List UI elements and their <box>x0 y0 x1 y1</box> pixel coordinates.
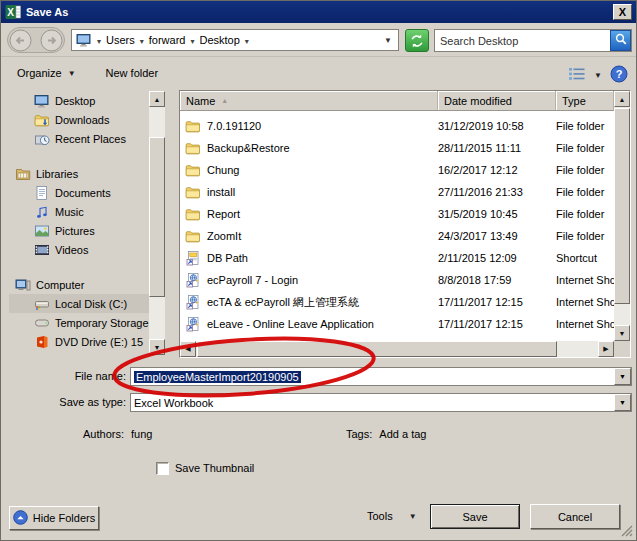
breadcrumb-separator-icon: ▾ <box>190 37 194 46</box>
sidebar-item-dvd-drive-e-15[interactable]: DVD Drive (E:) 15 <box>9 332 149 351</box>
sidebar-item-videos[interactable]: Videos <box>9 240 149 259</box>
sidebar-item-downloads[interactable]: Downloads <box>9 110 149 129</box>
breadcrumb-items: ▾Users▾forward▾Desktop▾ <box>92 34 254 46</box>
sidebar-item-local-disk-c[interactable]: Local Disk (C:) <box>9 294 149 313</box>
file-name-dropdown-icon[interactable]: ▼ <box>614 368 631 385</box>
hide-folders-button[interactable]: Hide Folders <box>9 506 99 530</box>
table-row[interactable]: Chung16/2/2017 12:12File folder <box>180 159 614 181</box>
search-box <box>434 29 632 52</box>
authors-row: Authors: fung <box>83 428 152 440</box>
tools-dropdown[interactable]: Tools ▼ <box>367 510 417 522</box>
vscroll-thumb[interactable] <box>614 108 630 304</box>
file-date-modified: 17/11/2017 12:15 <box>438 318 556 330</box>
help-button[interactable]: ? <box>610 65 628 85</box>
sidebar-item-label: Desktop <box>55 95 95 107</box>
file-name: 7.0.191120 <box>207 120 261 132</box>
breadcrumb-item-users[interactable]: Users <box>106 34 135 46</box>
sidebar-item-recent-places[interactable]: Recent Places <box>9 129 149 148</box>
search-input[interactable] <box>435 35 610 47</box>
save-label: Save <box>462 511 487 523</box>
table-row[interactable]: ecPayroll 7 - Login8/8/2018 17:59Interne… <box>180 269 614 291</box>
address-history-dropdown-icon[interactable]: ▼ <box>384 36 392 45</box>
authors-value[interactable]: fung <box>131 428 152 440</box>
sidebar-item-libraries[interactable]: Libraries <box>9 164 149 183</box>
scroll-down-icon[interactable]: ▼ <box>614 325 630 341</box>
tags-value[interactable]: Add a tag <box>379 428 426 440</box>
save-as-dialog: X Save As X ▾Users▾forward▾Desktop▾ ▼ Or… <box>0 0 637 541</box>
table-row[interactable]: ecTA & ecPayroll 網上管理系統17/11/2017 12:15I… <box>180 291 614 313</box>
views-icon[interactable] <box>568 67 586 83</box>
save-as-type-label: Save as type: <box>21 396 126 408</box>
command-toolbar: Organize ▼ New folder ▼ ? <box>1 57 636 89</box>
sidebar-item-music[interactable]: Music <box>9 202 149 221</box>
cancel-button[interactable]: Cancel <box>530 504 620 529</box>
column-header-name[interactable]: Name ▲ <box>180 91 438 110</box>
svg-text:?: ? <box>616 68 623 80</box>
table-row[interactable]: DB Path2/11/2015 12:09Shortcut <box>180 247 614 269</box>
sidebar-item-computer[interactable]: Computer <box>9 275 149 294</box>
organize-button[interactable]: Organize ▼ <box>9 63 84 83</box>
file-name-value[interactable]: EmployeeMasterImport20190905 <box>131 371 614 383</box>
list-horizontal-scrollbar[interactable]: ◀ ▶ <box>180 341 614 357</box>
folder-icon <box>185 228 201 244</box>
breadcrumb[interactable]: ▾Users▾forward▾Desktop▾ ▼ <box>71 29 399 51</box>
forward-button[interactable] <box>40 29 63 52</box>
tools-caret-icon: ▼ <box>409 512 417 521</box>
search-button[interactable] <box>610 30 631 51</box>
column-headers: Name ▲ Date modified Type <box>180 91 614 111</box>
folder-tree: DesktopDownloadsRecent PlacesLibrariesDo… <box>9 91 149 357</box>
hscroll-thumb[interactable] <box>197 341 557 357</box>
column-type-label: Type <box>562 95 586 107</box>
file-name-label: File name: <box>21 370 126 382</box>
excel-app-icon: X <box>5 4 21 20</box>
breadcrumb-item-desktop[interactable]: Desktop <box>199 34 239 46</box>
scrollbar-corner <box>614 341 630 357</box>
sort-ascending-icon: ▲ <box>221 97 228 104</box>
table-row[interactable]: Report31/5/2019 10:45File folder <box>180 203 614 225</box>
table-row[interactable]: install27/11/2016 21:33File folder <box>180 181 614 203</box>
videos-icon <box>34 242 50 258</box>
table-row[interactable]: eLeave - Online Leave Application17/11/2… <box>180 313 614 335</box>
folder-icon <box>185 184 201 200</box>
save-type-dropdown-icon[interactable]: ▼ <box>614 394 631 411</box>
refresh-button[interactable] <box>405 29 429 52</box>
pictures-icon <box>34 223 50 239</box>
window-title: Save As <box>26 6 613 18</box>
scroll-up-icon[interactable]: ▲ <box>149 91 165 107</box>
back-button[interactable] <box>9 29 32 52</box>
sidebar-item-pictures[interactable]: Pictures <box>9 221 149 240</box>
save-thumbnail-checkbox[interactable] <box>156 462 169 475</box>
resize-grip[interactable] <box>620 524 634 538</box>
table-row[interactable]: ZoomIt24/3/2017 13:49File folder <box>180 225 614 247</box>
tags-label: Tags: <box>346 428 372 440</box>
sidebar-item-label: Local Disk (C:) <box>55 298 127 310</box>
column-header-type[interactable]: Type <box>556 91 614 110</box>
scroll-right-icon[interactable]: ▶ <box>598 341 614 357</box>
breadcrumb-item-forward[interactable]: forward <box>149 34 186 46</box>
tree-scrollbar[interactable]: ▲ ▼ <box>149 91 165 355</box>
sidebar-item-temporary-storage[interactable]: Temporary Storage <box>9 313 149 332</box>
close-button[interactable]: X <box>613 4 632 20</box>
scroll-down-icon[interactable]: ▼ <box>149 339 165 355</box>
column-header-date-modified[interactable]: Date modified <box>438 91 556 110</box>
tree-scroll-thumb[interactable] <box>149 137 165 297</box>
table-row[interactable]: 7.0.19112031/12/2019 10:58File folder <box>180 115 614 137</box>
new-folder-button[interactable]: New folder <box>98 63 167 83</box>
scroll-left-icon[interactable]: ◀ <box>180 341 196 357</box>
folder-icon <box>185 118 201 134</box>
file-name-field[interactable]: EmployeeMasterImport20190905 ▼ <box>130 367 632 386</box>
save-as-type-field[interactable]: Excel Workbook ▼ <box>130 393 632 412</box>
table-row[interactable]: Backup&Restore28/11/2015 11:11File folde… <box>180 137 614 159</box>
list-vertical-scrollbar[interactable]: ▲ ▼ <box>614 91 630 341</box>
save-button[interactable]: Save <box>430 504 520 529</box>
scroll-up-icon[interactable]: ▲ <box>614 91 630 107</box>
sidebar-item-desktop[interactable]: Desktop <box>9 91 149 110</box>
sidebar-item-label: DVD Drive (E:) 15 <box>55 336 143 348</box>
desktop-location-icon <box>76 32 92 48</box>
breadcrumb-separator-icon: ▾ <box>97 37 101 46</box>
views-caret-icon[interactable]: ▼ <box>594 71 602 80</box>
file-date-modified: 27/11/2016 21:33 <box>438 186 556 198</box>
desktop-icon <box>34 93 50 109</box>
sidebar-item-documents[interactable]: Documents <box>9 183 149 202</box>
music-icon <box>34 204 50 220</box>
